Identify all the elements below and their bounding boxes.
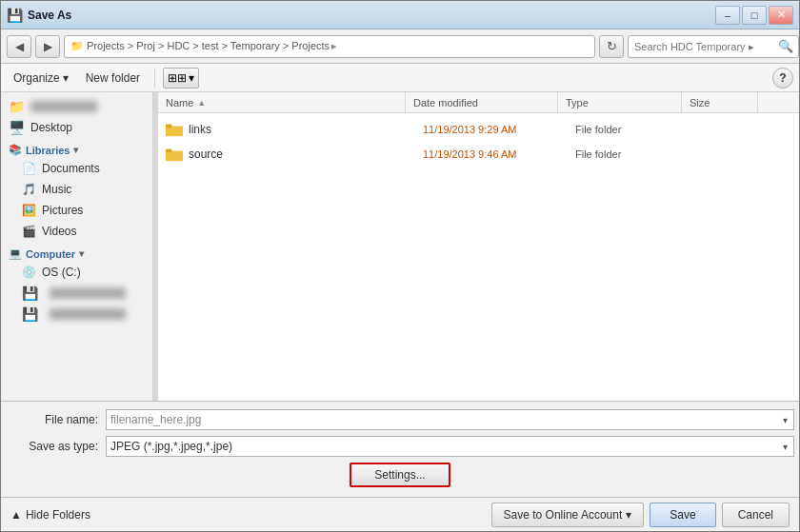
close-button[interactable]: ✕ [769,6,793,25]
documents-icon: 📄 [22,162,36,175]
drive-icon: 💿 [22,266,36,279]
col-header-type[interactable]: Type [558,92,682,112]
sidebar-item-music[interactable]: 🎵 Music [1,179,152,200]
filename-row: File name: ▾ [12,409,788,430]
save-button[interactable]: Save [650,502,715,527]
sidebar-item-videos[interactable]: 🎬 Videos [1,221,152,242]
blurred-icon: 📁 [9,99,25,114]
breadcrumb-arrow: ▸ [331,40,337,52]
libraries-icon: 📚 [9,144,22,156]
sidebar-item-blurred-2[interactable]: 💾 [1,283,152,304]
videos-icon: 🎬 [22,225,36,238]
organize-button[interactable]: Organize ▾ [7,68,75,89]
file-list-body: links 11/19/2013 9:29 AM File folder sou… [158,113,799,401]
file-name: source [189,148,423,161]
pictures-icon: 🖼️ [22,204,36,217]
sidebar-section-computer[interactable]: 💻 Computer ▾ [1,242,152,262]
organize-dropdown-arrow: ▾ [63,71,69,85]
window-title: Save As [28,9,715,22]
filetype-select[interactable]: JPEG (*.jpg,*.jpeg,*.jpe) [106,436,794,457]
file-date: 11/19/2013 9:46 AM [423,148,575,160]
window-icon: 💾 [7,8,22,23]
minimize-button[interactable]: – [715,6,740,25]
sidebar-item-desktop[interactable]: 🖥️ Desktop [1,117,152,138]
back-button[interactable]: ◀ [7,35,31,58]
file-date: 11/19/2013 9:29 AM [423,124,575,135]
svg-rect-5 [166,149,171,153]
sidebar-item-c-drive[interactable]: 💿 OS (C:) [1,262,152,283]
hide-folders-button[interactable]: ▲ Hide Folders [10,508,90,522]
save-as-dialog: 💾 Save As – □ ✕ ◀ ▶ 📁 Projects > Proj > … [0,0,800,532]
computer-icon: 💻 [9,247,22,260]
sidebar-section-libraries[interactable]: 📚 Libraries ▾ [1,138,152,158]
breadcrumb[interactable]: 📁 Projects > Proj > HDC > test > Tempora… [64,35,595,58]
sidebar-item-blurred-top[interactable]: 📁 [1,96,152,117]
help-button[interactable]: ? [772,68,793,89]
search-icon[interactable]: 🔍 [778,39,793,53]
music-icon: 🎵 [22,183,36,196]
table-row[interactable]: links 11/19/2013 9:29 AM File folder [158,117,799,142]
forward-button[interactable]: ▶ [35,35,60,58]
col-header-name[interactable]: Name ▲ [158,92,406,112]
breadcrumb-text: 📁 Projects > Proj > HDC > test > Tempora… [70,40,330,52]
col-header-size[interactable]: Size [682,92,758,112]
sidebar-item-pictures[interactable]: 🖼️ Pictures [1,200,152,221]
sort-arrow-name: ▲ [197,98,206,108]
filename-input[interactable] [106,409,794,430]
file-list-header: Name ▲ Date modified Type Size [158,92,799,113]
file-list-area: Name ▲ Date modified Type Size [158,92,799,401]
filetype-row: Save as type: JPEG (*.jpg,*.jpeg,*.jpe) … [12,436,788,457]
cancel-button[interactable]: Cancel [722,502,790,527]
svg-rect-2 [166,125,171,128]
footer-actions: Save to Online Account ▾ Save Cancel [491,502,790,527]
title-bar-buttons: – □ ✕ [715,6,793,25]
search-input[interactable] [628,35,799,58]
view-icon: ⊞⊞ [168,71,187,85]
folder-icon [166,146,183,163]
libraries-arrow: ▾ [73,145,78,155]
desktop-icon: 🖥️ [9,120,25,135]
view-button[interactable]: ⊞⊞ ▾ [163,68,199,89]
address-bar: ◀ ▶ 📁 Projects > Proj > HDC > test > Tem… [1,30,799,64]
file-type: File folder [575,148,699,160]
main-content: 📁 🖥️ Desktop 📚 Libraries ▾ 📄 Documents 🎵… [1,92,799,401]
filetype-label: Save as type: [12,440,98,453]
footer: ▲ Hide Folders Save to Online Account ▾ … [1,497,799,531]
sidebar-item-documents[interactable]: 📄 Documents [1,158,152,179]
toolbar: Organize ▾ New folder ⊞⊞ ▾ ? [1,64,799,92]
title-bar: 💾 Save As – □ ✕ [1,1,799,30]
sidebar-nav: 📁 🖥️ Desktop 📚 Libraries ▾ 📄 Documents 🎵… [1,92,153,401]
filename-label: File name: [12,413,98,426]
save-online-dropdown-arrow: ▾ [626,508,631,522]
settings-row: Settings... [12,463,788,487]
view-dropdown-arrow: ▾ [189,71,194,85]
settings-button[interactable]: Settings... [350,463,450,487]
toolbar-separator [154,69,155,88]
computer-arrow: ▾ [79,248,84,259]
blurred-drive-icon-2: 💾 [22,286,38,301]
file-type: File folder [575,124,699,135]
new-folder-button[interactable]: New folder [79,68,147,89]
maximize-button[interactable]: □ [742,6,767,25]
file-name: links [189,123,423,136]
bottom-form: File name: ▾ Save as type: JPEG (*.jpg,*… [1,401,799,497]
folder-icon [166,121,183,138]
save-online-button[interactable]: Save to Online Account ▾ [491,502,645,527]
sidebar-item-blurred-3[interactable]: 💾 [1,304,152,325]
chevron-down-icon: ▲ [10,508,22,522]
table-row[interactable]: source 11/19/2013 9:46 AM File folder [158,142,799,167]
col-header-date[interactable]: Date modified [406,92,558,112]
refresh-button[interactable]: ↻ [599,35,624,58]
blurred-drive-icon-3: 💾 [22,306,38,322]
